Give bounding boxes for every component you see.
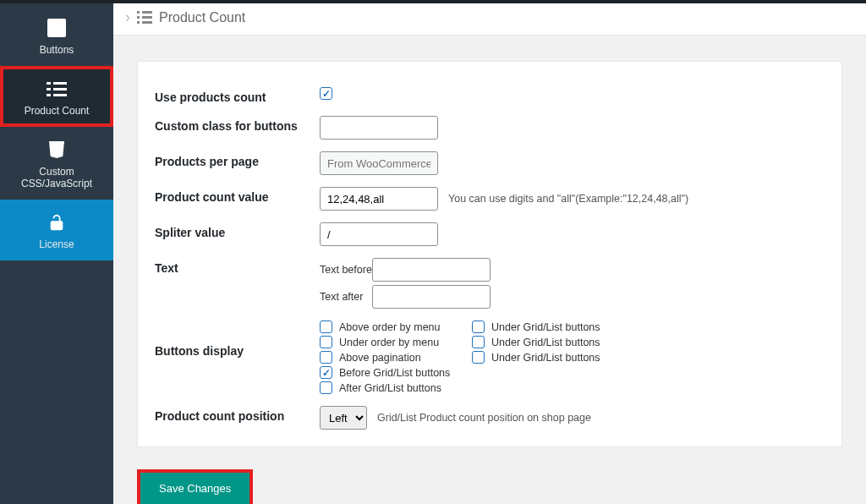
field-label: Products per page [155,151,320,168]
display-option-checkbox[interactable] [320,351,332,364]
page-header: › Product Count [113,0,866,36]
field-label: Text [155,258,320,275]
splitter-value-input[interactable] [320,222,438,246]
text-after-label: Text after [320,291,372,303]
display-option-label: Under Grid/List buttons [491,337,600,348]
buttons-display-group: Above order by menuUnder Grid/List butto… [320,320,607,394]
text-before-label: Text before [320,264,372,276]
display-option[interactable]: Above order by menu [320,320,455,333]
display-option[interactable]: Under order by menu [320,336,455,348]
display-option-label: After Grid/List buttons [339,382,441,394]
sidebar-item-label: Custom CSS/JavaScript [5,166,108,189]
display-option-checkbox[interactable] [320,366,332,379]
display-option-label: Above order by menu [339,321,441,333]
sidebar-item-license[interactable]: License [0,200,113,260]
css-icon [46,139,68,161]
sidebar-item-label: License [39,238,74,250]
settings-panel: Use products count Custom class for butt… [137,61,842,447]
list-count-icon [46,78,68,100]
field-label: Custom class for buttons [155,116,320,133]
sidebar-item-custom-css[interactable]: Custom CSS/JavaScript [0,127,113,200]
display-option-checkbox[interactable] [320,320,332,333]
display-option-label: Under Grid/List buttons [491,321,600,333]
display-option-label: Before Grid/List buttons [339,367,450,379]
display-option-checkbox[interactable] [320,336,332,348]
unlock-icon [46,211,68,233]
save-changes-button[interactable]: Save Changes [140,473,249,504]
display-option[interactable]: Before Grid/List buttons [320,366,455,379]
chevron-right-icon: › [125,8,130,26]
text-before-input[interactable] [372,258,491,282]
text-after-input[interactable] [372,285,491,309]
display-option-checkbox[interactable] [472,320,485,333]
list-icon [137,11,152,24]
field-hint: You can use digits and "all"(Example:"12… [448,193,688,205]
sidebar-item-product-count[interactable]: Product Count [0,66,113,127]
display-option[interactable]: After Grid/List buttons [320,381,455,394]
display-option-checkbox[interactable] [472,351,485,364]
field-label: Product count value [155,187,320,204]
display-option-checkbox[interactable] [472,336,485,348]
buttons-icon [46,17,68,39]
field-label: Buttons display [155,320,320,358]
use-products-count-checkbox[interactable] [320,87,332,100]
products-per-page-input[interactable] [320,151,438,175]
field-hint: Grid/List Product count position on shop… [377,412,591,424]
display-option-checkbox[interactable] [320,381,332,394]
display-option[interactable]: Above pagination [320,351,455,364]
display-option-label: Above pagination [339,352,421,364]
page-title: Product Count [159,10,245,25]
sidebar-item-label: Product Count [25,105,90,117]
save-highlight-box: Save Changes [137,469,253,504]
custom-class-input[interactable] [320,116,438,140]
display-option[interactable]: Under Grid/List buttons [472,336,607,348]
settings-sidebar: Buttons Product Count Custom CSS/JavaScr… [0,0,113,504]
display-option-label: Under Grid/List buttons [491,352,600,364]
display-option[interactable]: Under Grid/List buttons [472,351,607,364]
position-select[interactable]: Left [320,406,367,430]
product-count-value-input[interactable] [320,187,438,211]
sidebar-item-buttons[interactable]: Buttons [0,5,113,66]
display-option[interactable]: Under Grid/List buttons [472,320,607,333]
field-label: Spliter value [155,222,320,239]
display-option-label: Under order by menu [339,337,439,348]
field-label: Use products count [155,87,320,104]
field-label: Product count position [155,406,320,423]
sidebar-item-label: Buttons [40,44,74,56]
